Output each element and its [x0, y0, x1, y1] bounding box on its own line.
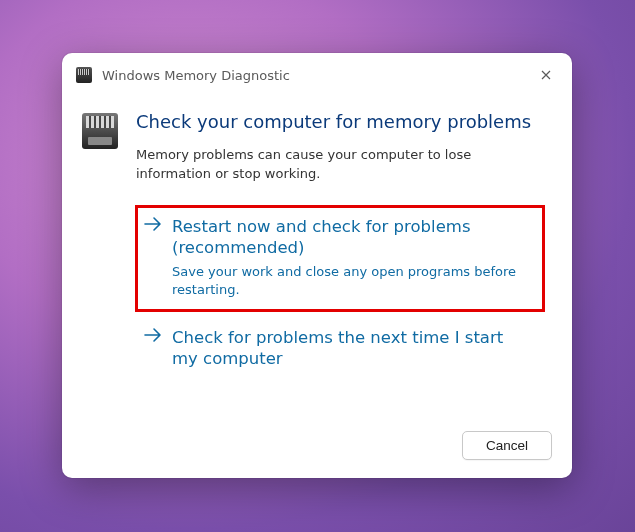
option-check-next-start[interactable]: Check for problems the next time I start…	[136, 317, 544, 382]
option-body: Restart now and check for problems (reco…	[172, 216, 532, 299]
option-restart-now[interactable]: Restart now and check for problems (reco…	[136, 206, 544, 311]
memory-chip-icon	[76, 67, 92, 83]
window-title: Windows Memory Diagnostic	[102, 68, 530, 83]
memory-diagnostic-window: Windows Memory Diagnostic Check your com…	[62, 53, 572, 478]
page-heading: Check your computer for memory problems	[136, 111, 544, 132]
footer: Cancel	[62, 417, 572, 478]
memory-chip-large-icon	[82, 113, 118, 149]
arrow-right-icon	[144, 216, 162, 299]
option-subtitle: Save your work and close any open progra…	[172, 263, 532, 299]
option-title: Restart now and check for problems (reco…	[172, 216, 532, 259]
close-button[interactable]	[530, 61, 562, 89]
description-text: Memory problems can cause your computer …	[136, 146, 544, 184]
close-icon	[541, 70, 551, 80]
content-area: Check your computer for memory problems …	[62, 93, 572, 417]
arrow-right-icon	[144, 327, 162, 370]
cancel-button[interactable]: Cancel	[462, 431, 552, 460]
main-column: Check your computer for memory problems …	[136, 111, 544, 417]
option-title: Check for problems the next time I start…	[172, 327, 532, 370]
titlebar: Windows Memory Diagnostic	[62, 53, 572, 93]
option-body: Check for problems the next time I start…	[172, 327, 532, 370]
